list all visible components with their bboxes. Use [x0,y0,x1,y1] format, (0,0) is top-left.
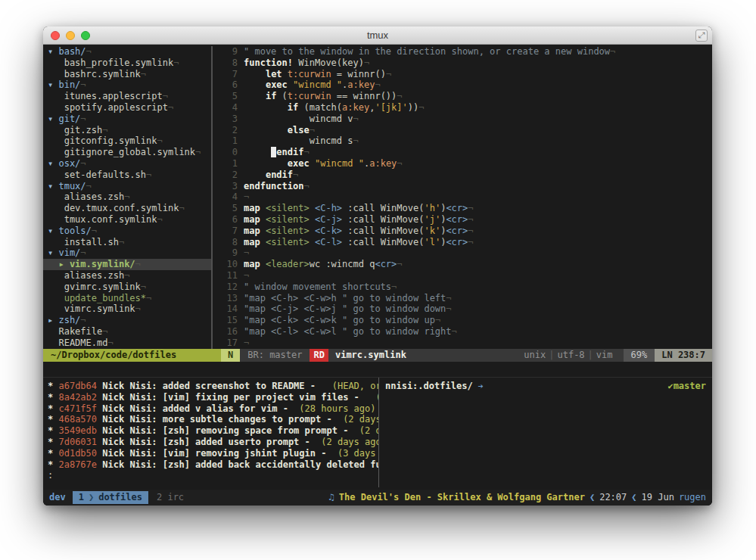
statusline-git-branch: BR: master [240,349,310,362]
editor-line[interactable]: 15"map <C-k> <C-w>k " go to window up¬ [221,315,712,326]
editor-line[interactable]: 6map <silent> <C-j> :call WinMove('j')<c… [221,214,712,226]
file-name: gitignore_global.symlink [48,147,195,157]
tree-item[interactable]: ▾ tmux/¬ [43,181,211,192]
editor-panel[interactable]: 9" move to the window in the direction s… [221,46,712,349]
editor-line[interactable]: 8function! WinMove(key)¬ [221,58,712,69]
tree-item[interactable]: ▸ zsh/¬ [43,315,211,326]
comment-text: "map <C-h> <C-w>h " go to window left [244,293,446,303]
editor-line[interactable]: 5map <silent> <C-h> :call WinMove('h')<c… [221,203,712,214]
eol-mark: ¬ [244,247,249,258]
tree-item[interactable]: dev.tmux.conf.symlink¬ [43,203,211,214]
editor-line[interactable]: 16"map <C-l> <C-w>l " go to window right… [221,326,712,338]
eol-mark: ¬ [92,226,97,236]
editor-line[interactable]: 5 if (t:curwin == winnr())¬ [221,91,712,102]
editor-line[interactable]: 9" move to the window in the direction s… [221,46,712,58]
tree-item[interactable]: ▾ tools/¬ [43,226,211,237]
tree-item[interactable]: ▾ bash/¬ [43,46,211,58]
code-text [310,237,315,247]
tree-item[interactable]: set-defaults.sh¬ [43,170,211,181]
line-number: 2 [222,170,238,181]
code-text [244,69,266,79]
eol-mark: ¬ [135,303,141,314]
eol-mark: ¬ [353,135,359,146]
editor-line[interactable]: 12" window movement shortcuts¬ [221,282,712,293]
commit-refs: (28 hours ago) [299,403,375,414]
tree-item[interactable]: aliases.zsh¬ [43,270,211,282]
graph-marker: * [48,414,58,425]
code-text: == winnr()) [331,91,397,101]
editor-line[interactable]: 0 endif¬ [221,147,712,158]
editor-line[interactable]: 7map <silent> <C-k> :call WinMove('k')<c… [221,226,712,237]
editor-line[interactable]: 3endfunction¬ [221,181,712,192]
minimize-button[interactable] [66,31,75,40]
editor-line[interactable]: 3 wincmd v¬ [221,114,712,125]
code-text: (match( [298,102,342,113]
editor-line[interactable]: 6 exec "wincmd ".a:key¬ [221,79,712,91]
keycode-text: <C-j> [315,214,342,225]
tree-item[interactable]: vimrc.symlink¬ [43,303,211,315]
prompt-user: nnisi: [385,381,418,391]
tree-item[interactable]: gitignore_global.symlink¬ [43,147,211,158]
file-name: aliases.zsh [48,191,124,202]
tree-item[interactable]: Rakefile¬ [43,326,211,338]
line-number: 7 [222,69,238,80]
tree-item[interactable]: install.sh¬ [43,237,211,248]
editor-line[interactable]: 14"map <C-j> <C-w>j " go to window down¬ [221,303,712,315]
nerdtree-panel[interactable]: ▾ bash/¬ bash_profile.symlink¬ bashrc.sy… [43,46,211,349]
eol-mark: ¬ [446,293,451,303]
tmux-window-2-tab[interactable]: 2 irc [157,492,184,503]
keycode-text: <C-k> [315,226,342,236]
resize-icon[interactable]: ⤢ [695,30,708,42]
vertical-split-divider[interactable] [211,46,221,349]
tree-item[interactable]: ▾ osx/¬ [43,158,211,170]
line-number: 12 [222,282,238,293]
tree-item[interactable]: tmux.conf.symlink¬ [43,214,211,226]
graph-marker: * [48,392,58,403]
tree-item[interactable]: itunes.applescript¬ [43,91,211,102]
eol-mark: ¬ [468,237,473,247]
tree-item[interactable]: ▸ vim.symlink/¬ [43,259,211,270]
editor-line[interactable]: 17¬ [221,338,712,349]
string-text: '[jk]' [375,102,407,113]
editor-line[interactable]: 1 exec "wincmd ".a:key¬ [221,158,712,170]
string-text: "wincmd " [293,79,342,90]
commit-hash: 2a8767e [58,459,97,470]
editor-line[interactable]: 11¬ [221,270,712,282]
editor-line[interactable]: 2 else¬ [221,125,712,136]
editor-line[interactable]: 7 let t:curwin = winnr()¬ [221,69,712,80]
tree-item[interactable]: bash_profile.symlink¬ [43,58,211,69]
shell-pane[interactable]: nnisi:.dotfiles/➔ ✔master [379,378,712,487]
tree-item[interactable]: ▾ git/¬ [43,114,211,125]
zoom-button[interactable] [81,31,90,40]
tree-item[interactable]: ▾ bin/¬ [43,79,211,91]
commit-refs: (HEAD, ori [332,381,378,391]
file-name: dev.tmux.conf.symlink [48,203,179,213]
eol-mark: ¬ [397,158,402,169]
tree-item[interactable]: spotify.applescript¬ [43,102,211,114]
code-text: WinMove(key) [293,58,364,68]
tree-item[interactable]: aliases.zsh¬ [43,191,211,203]
line-number: 5 [222,91,238,102]
title-bar[interactable]: tmux ⤢ [43,26,712,45]
statusline-mode-badge: N [221,349,240,362]
editor-line[interactable]: 1 wincmd s¬ [221,135,712,147]
editor-line[interactable]: 8map <silent> <C-l> :call WinMove('l')<c… [221,237,712,248]
graph-marker: * [48,403,58,414]
bottom-panes: * a67db64 Nick Nisi: added screenshot to… [43,377,712,487]
tree-item[interactable]: gvimrc.symlink¬ [43,282,211,293]
tree-item[interactable]: bashrc.symlink¬ [43,69,211,80]
editor-line[interactable]: 4¬ [221,191,712,203]
close-button[interactable] [51,31,60,40]
tree-item[interactable]: gitconfig.symlink¬ [43,135,211,147]
editor-line[interactable]: 10map <leader>wc :wincmd q<cr>¬ [221,259,712,270]
git-log-pane[interactable]: * a67db64 Nick Nisi: added screenshot to… [43,378,378,487]
editor-line[interactable]: 9¬ [221,247,712,259]
tmux-window-1-tab[interactable]: 1❯dotfiles [73,491,148,504]
editor-line[interactable]: 4 if (match(a:key,'[jk]'))¬ [221,102,712,114]
tree-item[interactable]: ▾ vim/¬ [43,247,211,259]
tree-item[interactable]: update_bundles*¬ [43,293,211,304]
tree-item[interactable]: git.zsh¬ [43,125,211,136]
tree-item[interactable]: README.md¬ [43,338,211,349]
editor-line[interactable]: 13"map <C-h> <C-w>h " go to window left¬ [221,293,712,304]
editor-line[interactable]: 2 endif¬ [221,170,712,181]
